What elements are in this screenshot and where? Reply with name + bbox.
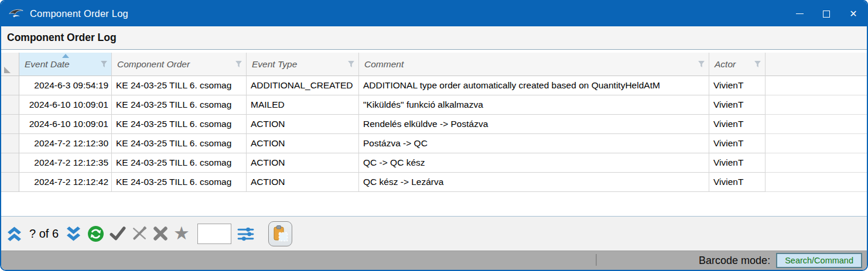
record-toolbar: ? of 6 — [1, 217, 867, 251]
actor-cell: VivienT — [709, 134, 766, 153]
row-selector[interactable] — [1, 134, 19, 153]
window-title: Component Order Log — [30, 8, 128, 19]
row-selector[interactable] — [1, 76, 19, 95]
component-order-cell: KE 24-03-25 TILL 6. csomag — [112, 173, 247, 192]
app-logo-icon — [8, 8, 24, 20]
column-label: Actor — [715, 59, 736, 70]
event-type-cell: ACTION — [247, 173, 359, 192]
event-type-cell: MAILED — [247, 95, 359, 115]
event-date-cell: 2024-6-10 10:09:01 — [19, 115, 112, 134]
accept-button[interactable] — [110, 225, 126, 242]
table-row[interactable]: 2024-7-2 12:12:35 KE 24-03-25 TILL 6. cs… — [1, 153, 867, 173]
delete-button[interactable] — [153, 226, 168, 241]
column-label: Event Date — [25, 59, 70, 70]
empty-cell — [766, 115, 867, 134]
actor-cell: VivienT — [709, 76, 766, 95]
cancel-edit-button[interactable] — [131, 225, 148, 242]
select-all-corner[interactable] — [1, 53, 19, 76]
event-date-cell: 2024-7-2 12:12:35 — [19, 153, 112, 173]
check-icon — [110, 225, 126, 242]
column-header-actor[interactable]: Actor — [709, 53, 766, 76]
sort-ascending-icon — [62, 54, 69, 58]
comment-cell: Rendelés elküldve -> Postázva — [359, 115, 709, 134]
empty-cell — [766, 153, 867, 173]
quick-search-input[interactable] — [197, 224, 231, 244]
empty-cell — [766, 173, 867, 192]
component-order-cell: KE 24-03-25 TILL 6. csomag — [112, 134, 247, 153]
actor-cell: VivienT — [709, 173, 766, 192]
row-selector[interactable] — [1, 115, 19, 134]
x-icon — [153, 226, 168, 241]
component-order-cell: KE 24-03-25 TILL 6. csomag — [112, 153, 247, 173]
table-row[interactable]: 2024-6-10 10:09:01 KE 24-03-25 TILL 6. c… — [1, 115, 867, 134]
event-date-cell: 2024-6-10 10:09:01 — [19, 95, 112, 115]
paste-button[interactable] — [268, 221, 292, 246]
statusbar: Barcode mode: Search/Command — [1, 251, 867, 270]
column-header-comment[interactable]: Comment — [359, 53, 709, 76]
favorite-button[interactable]: ★ — [173, 225, 190, 242]
table-row[interactable]: 2024-7-2 12:12:30 KE 24-03-25 TILL 6. cs… — [1, 134, 867, 153]
barcode-mode-button[interactable]: Search/Command — [776, 253, 862, 268]
filter-icon[interactable] — [754, 60, 761, 68]
component-order-cell: KE 24-03-25 TILL 6. csomag — [112, 76, 247, 95]
table-row[interactable]: 2024-6-10 10:09:01 KE 24-03-25 TILL 6. c… — [1, 95, 867, 115]
event-type-cell: ADDITIONAL_CREATED — [247, 76, 359, 95]
filter-icon[interactable] — [347, 60, 355, 68]
first-record-button[interactable] — [6, 225, 23, 242]
comment-cell: QC -> QC kész — [359, 153, 709, 173]
component-order-cell: KE 24-03-25 TILL 6. csomag — [112, 95, 247, 115]
column-header-event-type[interactable]: Event Type — [247, 53, 359, 76]
refresh-button[interactable] — [87, 225, 104, 242]
refresh-icon — [87, 225, 104, 242]
row-selector[interactable] — [1, 153, 19, 173]
barcode-mode-label: Barcode mode: — [699, 255, 770, 267]
chevrons-down-icon — [65, 225, 82, 242]
titlebar: Component Order Log ✕ — [1, 1, 867, 26]
clipboard-paste-icon — [272, 225, 288, 242]
app-window: Component Order Log ✕ Component Order Lo… — [0, 0, 868, 271]
filter-icon[interactable] — [698, 60, 705, 68]
star-icon: ★ — [173, 225, 190, 242]
filter-icon[interactable] — [100, 60, 108, 68]
column-header-empty — [766, 53, 867, 76]
comment-cell: Postázva -> QC — [359, 134, 709, 153]
pencil-cross-icon — [131, 225, 148, 242]
table-row[interactable]: 2024-6-3 09:54:19 KE 24-03-25 TILL 6. cs… — [1, 76, 867, 95]
record-counter: ? of 6 — [28, 227, 60, 241]
row-selector[interactable] — [1, 95, 19, 115]
filter-icon[interactable] — [235, 60, 242, 68]
minimize-icon — [796, 13, 804, 15]
actor-cell: VivienT — [709, 115, 766, 134]
comment-cell: QC kész -> Lezárva — [359, 173, 709, 192]
close-icon: ✕ — [849, 8, 857, 19]
empty-cell — [766, 134, 867, 153]
table-row[interactable]: 2024-7-2 12:12:42 KE 24-03-25 TILL 6. cs… — [1, 173, 867, 192]
column-header-component-order[interactable]: Component Order — [112, 53, 247, 76]
table-body: 2024-6-3 09:54:19 KE 24-03-25 TILL 6. cs… — [1, 76, 867, 192]
table-header-row: Event Date Component Order Event Type Co… — [1, 53, 867, 76]
maximize-button[interactable] — [813, 1, 840, 26]
options-button[interactable] — [237, 225, 255, 243]
empty-cell — [766, 95, 867, 115]
statusbar-divider — [596, 254, 597, 266]
actor-cell: VivienT — [709, 95, 766, 115]
event-date-cell: 2024-7-2 12:12:42 — [19, 173, 112, 192]
event-type-cell: ACTION — [247, 153, 359, 173]
chevrons-up-icon — [6, 225, 23, 242]
empty-cell — [766, 76, 867, 95]
event-date-cell: 2024-6-3 09:54:19 — [19, 76, 112, 95]
comment-cell: ADDITIONAL type order automatically crea… — [359, 76, 709, 95]
minimize-button[interactable] — [786, 1, 813, 26]
column-header-event-date[interactable]: Event Date — [19, 53, 112, 76]
column-label: Comment — [364, 59, 404, 70]
last-record-button[interactable] — [65, 225, 82, 242]
column-label: Component Order — [117, 59, 190, 70]
row-selector[interactable] — [1, 173, 19, 192]
component-order-cell: KE 24-03-25 TILL 6. csomag — [112, 115, 247, 134]
log-table: Event Date Component Order Event Type Co… — [1, 50, 867, 217]
window-controls: ✕ — [786, 1, 867, 26]
close-button[interactable]: ✕ — [840, 1, 867, 26]
event-type-cell: ACTION — [247, 115, 359, 134]
event-type-cell: ACTION — [247, 134, 359, 153]
event-date-cell: 2024-7-2 12:12:30 — [19, 134, 112, 153]
